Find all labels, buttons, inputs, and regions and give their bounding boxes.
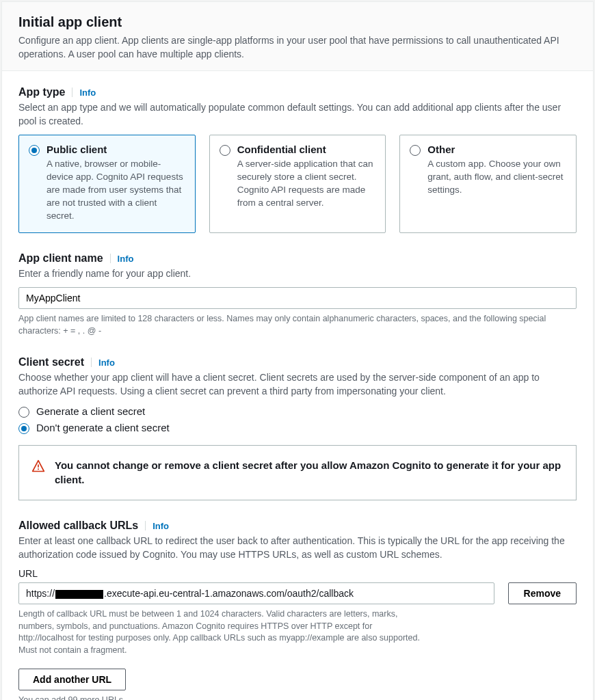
radio-generate-secret[interactable]: Generate a client secret [18, 405, 577, 418]
client-name-info-link[interactable]: Info [118, 254, 134, 264]
app-type-heading: App type [18, 86, 65, 98]
app-type-public-client[interactable]: Public client A native, browser or mobil… [18, 135, 196, 232]
page-title: Initial app client [18, 14, 577, 30]
client-name-desc: Enter a friendly name for your app clien… [18, 267, 577, 281]
panel-body: App type Info Select an app type and we … [2, 71, 593, 700]
divider [72, 88, 72, 97]
radio-icon [410, 145, 421, 156]
remove-url-button[interactable]: Remove [508, 582, 577, 604]
tile-title: Other [427, 144, 566, 155]
radio-dont-generate-secret[interactable]: Don't generate a client secret [18, 422, 577, 434]
app-type-options: Public client A native, browser or mobil… [18, 135, 577, 232]
client-secret-warning: You cannot change or remove a client sec… [18, 445, 577, 501]
warning-text: You cannot change or remove a client sec… [55, 458, 564, 488]
tile-desc: A custom app. Choose your own grant, aut… [427, 158, 566, 197]
url-field-label: URL [18, 568, 577, 579]
client-name-heading: App client name [18, 252, 103, 265]
callback-urls-info-link[interactable]: Info [153, 521, 169, 531]
url-suffix: .execute-api.eu-central-1.amazonaws.com/… [104, 588, 354, 599]
divider [91, 358, 92, 367]
callback-urls-desc: Enter at least one callback URL to redir… [18, 535, 577, 561]
radio-icon [18, 407, 29, 418]
radio-icon [29, 145, 40, 156]
callback-urls-heading: Allowed callback URLs [18, 520, 138, 532]
initial-app-client-panel: Initial app client Configure an app clie… [1, 1, 594, 700]
app-client-name-input[interactable] [18, 287, 577, 309]
client-secret-desc: Choose whether your app client will have… [18, 371, 577, 398]
app-type-other[interactable]: Other A custom app. Choose your own gran… [399, 135, 577, 232]
panel-header: Initial app client Configure an app clie… [2, 2, 593, 71]
app-type-desc: Select an app type and we will automatic… [18, 101, 577, 128]
radio-label: Don't generate a client secret [36, 422, 170, 433]
callback-url-help: Length of callback URL must be between 1… [18, 608, 429, 656]
radio-icon [18, 423, 29, 434]
section-callback-urls: Allowed callback URLs Info Enter at leas… [18, 520, 577, 700]
divider [145, 521, 146, 530]
section-client-secret: Client secret Info Choose whether your a… [18, 356, 577, 500]
divider [110, 254, 111, 263]
tile-title: Public client [47, 144, 185, 155]
app-type-info-link[interactable]: Info [79, 88, 96, 98]
client-secret-heading: Client secret [18, 356, 84, 368]
radio-icon [220, 145, 230, 156]
add-url-help: You can add 99 more URLs [18, 695, 577, 700]
page-description: Configure an app client. App clients are… [18, 34, 577, 61]
section-app-type: App type Info Select an app type and we … [18, 86, 577, 233]
section-app-client-name: App client name Info Enter a friendly na… [18, 252, 577, 338]
warning-icon [31, 459, 45, 473]
add-another-url-button[interactable]: Add another URL [18, 669, 126, 690]
svg-point-1 [38, 468, 39, 470]
callback-url-row: https://.execute-api.eu-central-1.amazon… [18, 582, 577, 656]
url-prefix: https:// [26, 588, 55, 599]
tile-desc: A native, browser or mobile-device app. … [47, 158, 185, 222]
client-name-help: App client names are limited to 128 char… [18, 313, 577, 337]
callback-url-input[interactable]: https://.execute-api.eu-central-1.amazon… [18, 582, 494, 604]
tile-title: Confidential client [237, 144, 376, 155]
radio-label: Generate a client secret [36, 405, 145, 417]
tile-desc: A server-side application that can secur… [237, 158, 376, 210]
redacted-segment [55, 590, 103, 599]
client-secret-info-link[interactable]: Info [98, 358, 115, 368]
app-type-confidential-client[interactable]: Confidential client A server-side applic… [209, 135, 386, 232]
